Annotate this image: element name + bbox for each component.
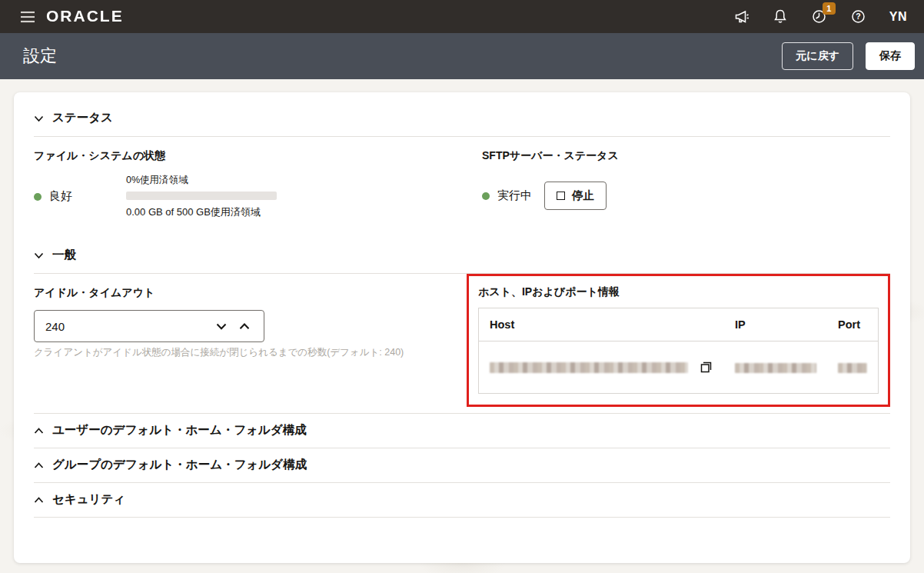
port-value-redacted — [838, 363, 867, 373]
save-button[interactable]: 保存 — [866, 42, 915, 70]
host-info-highlight-box: ホスト、IPおよびポート情報 Host IP Port — [467, 274, 890, 407]
section-user-default-home-folder[interactable]: ユーザーのデフォルト・ホーム・フォルダ構成 — [34, 414, 890, 448]
section-group-default-home-folder[interactable]: グループのデフォルト・ホーム・フォルダ構成 — [34, 448, 890, 482]
stop-server-button[interactable]: 停止 — [544, 182, 607, 210]
notifications-bell-icon[interactable] — [773, 8, 788, 25]
idle-timeout-label: アイドル・タイムアウト — [34, 286, 427, 300]
idle-timeout-stepper[interactable] — [34, 310, 264, 342]
host-value-redacted — [490, 362, 688, 373]
stop-icon — [557, 192, 565, 200]
idle-timeout-input[interactable] — [45, 320, 210, 333]
oracle-logo[interactable]: ORACLE — [46, 8, 124, 25]
usage-progress-bar — [126, 192, 277, 200]
divider — [34, 136, 890, 137]
table-row — [479, 341, 879, 394]
usage-percent-label: 0%使用済領域 — [126, 174, 277, 187]
svg-text:?: ? — [856, 12, 860, 21]
host-info-label: ホスト、IPおよびポート情報 — [478, 285, 879, 299]
file-system-state: 良好 — [34, 189, 126, 204]
recent-activity-clock-icon[interactable]: 1 — [811, 8, 827, 25]
revert-button[interactable]: 元に戻す — [782, 42, 853, 70]
activity-count-badge: 1 — [823, 2, 836, 15]
chevron-up-icon — [34, 458, 44, 472]
settings-card: ステータス ファイル・システムの状態 良好 0%使用済領域 0.00 GB of… — [14, 92, 910, 563]
column-header-ip: IP — [724, 308, 827, 341]
page-title: 設定 — [23, 45, 57, 68]
usage-detail-label: 0.00 GB of 500 GB使用済領域 — [126, 205, 277, 219]
column-header-port: Port — [827, 308, 879, 341]
storage-usage-meter: 0%使用済領域 0.00 GB of 500 GB使用済領域 — [126, 174, 277, 219]
section-status-title: ステータス — [52, 110, 113, 126]
divider — [34, 517, 890, 518]
table-header-row: Host IP Port — [479, 308, 879, 341]
ip-value-redacted — [735, 363, 816, 373]
idle-timeout-hint: クライアントがアイドル状態の場合に接続が閉じられるまでの秒数(デフォルト: 24… — [34, 346, 427, 359]
menu-icon[interactable] — [20, 11, 35, 23]
stepper-increment-chevron-up-icon[interactable] — [233, 320, 256, 333]
host-info-table: Host IP Port — [478, 308, 879, 394]
chevron-up-icon — [34, 493, 44, 507]
chevron-up-icon — [34, 424, 44, 438]
copy-icon[interactable] — [699, 360, 713, 375]
idle-timeout-field: アイドル・タイムアウト クライアントがアイドル状態の場合に接続が閉じられるまでの… — [34, 275, 427, 407]
file-system-status-field: ファイル・システムの状態 良好 0%使用済領域 0.00 GB of 500 G… — [34, 149, 442, 219]
help-icon[interactable]: ? — [850, 8, 866, 25]
section-status-header[interactable]: ステータス — [34, 110, 890, 126]
sftp-state: 実行中 — [482, 188, 532, 203]
chevron-down-icon — [34, 112, 44, 125]
section-security[interactable]: セキュリティ — [34, 483, 890, 517]
file-system-status-label: ファイル・システムの状態 — [34, 149, 442, 163]
stepper-decrement-chevron-down-icon[interactable] — [210, 320, 233, 333]
status-running-dot-icon — [482, 192, 490, 200]
user-menu[interactable]: YN — [889, 10, 907, 24]
section-general-title: 一般 — [52, 247, 76, 263]
topbar: ORACLE 1 ? — [0, 0, 924, 33]
status-ok-dot-icon — [34, 193, 42, 201]
sftp-status-field: SFTPサーバー・ステータス 実行中 停止 — [482, 149, 890, 219]
chevron-down-icon — [34, 248, 44, 262]
sftp-status-label: SFTPサーバー・ステータス — [482, 149, 890, 163]
section-general-header[interactable]: 一般 — [34, 247, 890, 263]
column-header-host: Host — [479, 308, 725, 341]
page-header: 設定 元に戻す 保存 — [0, 33, 924, 79]
announcements-icon[interactable] — [733, 9, 750, 25]
